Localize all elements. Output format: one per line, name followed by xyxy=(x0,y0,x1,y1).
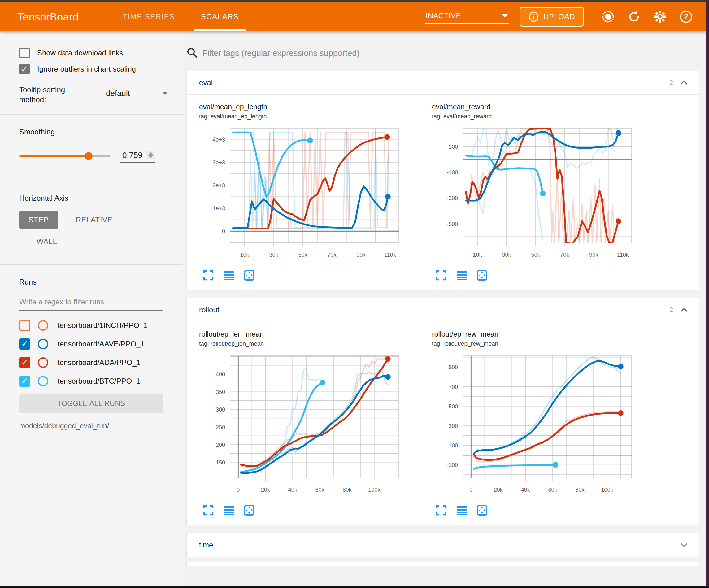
chart-title: rollout/ep_rew_mean xyxy=(432,330,652,338)
section-count: 2 xyxy=(669,306,673,314)
ignore-outliers-checkbox[interactable] xyxy=(19,64,30,74)
smoothing-slider-knob[interactable] xyxy=(84,152,93,160)
data-table-icon[interactable] xyxy=(223,270,234,281)
fit-domain-icon[interactable] xyxy=(476,505,488,516)
run-row[interactable]: tensorboard/ADA/PPO_1 xyxy=(19,357,174,368)
section-card-rollout: rollout 2 rollout/ep_len_mean tag: rollo… xyxy=(186,298,700,526)
smoothing-value: 0.759 xyxy=(122,151,145,160)
run-row[interactable]: tensorboard/1INCH/PPO_1 xyxy=(19,320,174,331)
help-icon[interactable]: ? xyxy=(679,9,693,24)
spinner-up-icon[interactable] xyxy=(148,152,153,155)
data-table-icon[interactable] xyxy=(456,270,467,281)
fullscreen-icon[interactable] xyxy=(203,505,214,516)
tooltip-sorting-value: default xyxy=(106,88,130,98)
section-header-rollout[interactable]: rollout 2 xyxy=(187,298,699,322)
data-table-icon[interactable] xyxy=(223,505,234,516)
chart-eval-mean-reward: eval/mean_reward tag: eval/mean_reward 1… xyxy=(432,103,652,281)
tensorboard-window: TensorBoard TIME SERIES SCALARS INACTIVE… xyxy=(0,0,709,588)
svg-text:10k: 10k xyxy=(473,252,482,258)
svg-text:10k: 10k xyxy=(240,252,249,258)
ignore-outliers-label: Ignore outliers in chart scaling xyxy=(37,65,136,73)
run-visibility-circle[interactable] xyxy=(38,357,48,368)
chevron-up-icon[interactable] xyxy=(680,79,688,87)
fullscreen-icon[interactable] xyxy=(436,270,447,281)
chart-toolbar xyxy=(203,505,420,516)
section-header-eval[interactable]: eval 2 xyxy=(187,71,699,95)
tooltip-sorting-dropdown[interactable]: default xyxy=(106,88,168,101)
chart-tag: tag: rollout/ep_rew_mean xyxy=(432,340,652,347)
run-checkbox[interactable] xyxy=(19,338,30,350)
run-row[interactable]: tensorboard/AAVE/PPO_1 xyxy=(19,338,174,350)
svg-text:100k: 100k xyxy=(368,487,380,493)
line-chart[interactable]: 020k40k60k80k100k-100100300500700900 xyxy=(432,352,652,504)
axis-step-button[interactable]: STEP xyxy=(19,210,58,229)
run-checkbox[interactable] xyxy=(19,376,30,387)
section-card-eval: eval 2 eval/mean_ep_length tag: eval/mea… xyxy=(186,71,700,290)
fit-domain-icon[interactable] xyxy=(244,505,255,516)
section-name: rollout xyxy=(199,306,219,314)
smoothing-slider[interactable] xyxy=(19,155,110,157)
chart-toolbar xyxy=(203,270,420,281)
run-visibility-circle[interactable] xyxy=(38,339,48,349)
tab-time-series[interactable]: TIME SERIES xyxy=(110,2,188,31)
svg-text:90k: 90k xyxy=(589,252,599,258)
section-card-time: time xyxy=(186,533,700,557)
section-header-time[interactable]: time xyxy=(187,533,699,557)
chart-tag: tag: eval/mean_reward xyxy=(432,113,652,120)
run-label: tensorboard/1INCH/PPO_1 xyxy=(58,321,148,330)
window-bottom-strip xyxy=(0,586,709,588)
app-title: TensorBoard xyxy=(17,11,79,23)
spinner-down-icon[interactable] xyxy=(148,155,153,158)
fullscreen-icon[interactable] xyxy=(203,270,214,281)
line-chart[interactable]: 10k30k50k70k90k110k01e+32e+33e+34e+3 xyxy=(199,124,420,269)
show-download-links-row[interactable]: Show data download links xyxy=(19,48,174,58)
data-table-icon[interactable] xyxy=(456,505,467,516)
axis-wall-button[interactable]: WALL xyxy=(27,232,174,251)
refresh-icon[interactable] xyxy=(627,9,641,24)
fit-domain-icon[interactable] xyxy=(244,270,255,281)
line-chart[interactable]: 020k40k60k80k100k150200250300350400 xyxy=(199,352,420,504)
run-visibility-circle[interactable] xyxy=(38,320,48,331)
svg-text:60k: 60k xyxy=(548,487,558,493)
smoothing-value-input[interactable]: 0.759 xyxy=(121,150,155,162)
svg-text:100k: 100k xyxy=(601,487,613,493)
line-chart[interactable]: 10k30k50k70k90k110k100-100-300-500 xyxy=(432,124,652,269)
tab-scalars[interactable]: SCALARS xyxy=(188,2,252,31)
filter-tags-input[interactable]: Filter tags (regular expressions support… xyxy=(186,47,700,63)
svg-text:150: 150 xyxy=(216,460,225,466)
svg-text:400: 400 xyxy=(216,371,225,378)
chart-title: rollout/ep_len_mean xyxy=(199,330,420,338)
svg-text:40k: 40k xyxy=(288,487,297,493)
status-dropdown[interactable]: INACTIVE xyxy=(425,9,509,24)
toggle-all-runs-button[interactable]: TOGGLE ALL RUNS xyxy=(19,394,163,413)
svg-text:100: 100 xyxy=(449,442,458,449)
svg-text:300: 300 xyxy=(216,407,225,413)
chevron-down-icon[interactable] xyxy=(680,541,688,549)
svg-text:0: 0 xyxy=(469,487,472,493)
runs-label: Runs xyxy=(19,278,174,286)
svg-text:0: 0 xyxy=(237,487,240,493)
fit-domain-icon[interactable] xyxy=(476,270,488,281)
svg-text:80k: 80k xyxy=(342,487,352,493)
chart-title: eval/mean_ep_length xyxy=(199,103,420,111)
svg-text:350: 350 xyxy=(216,389,225,395)
ignore-outliers-row[interactable]: Ignore outliers in chart scaling xyxy=(19,64,174,74)
number-spinner[interactable] xyxy=(147,151,155,159)
svg-text:-500: -500 xyxy=(447,221,458,227)
upload-button[interactable]: UPLOAD xyxy=(520,7,584,27)
run-label: tensorboard/ADA/PPO_1 xyxy=(58,358,140,367)
info-icon xyxy=(528,11,539,22)
settings-gear-icon[interactable] xyxy=(653,9,667,24)
svg-text:?: ? xyxy=(684,12,688,21)
axis-relative-button[interactable]: RELATIVE xyxy=(67,210,122,229)
show-download-links-checkbox[interactable] xyxy=(19,48,30,58)
run-row[interactable]: tensorboard/BTC/PPO_1 xyxy=(19,376,174,387)
run-visibility-circle[interactable] xyxy=(38,376,48,386)
fullscreen-icon[interactable] xyxy=(436,505,447,516)
run-checkbox[interactable] xyxy=(19,357,30,368)
chevron-up-icon[interactable] xyxy=(680,306,688,314)
run-checkbox[interactable] xyxy=(19,320,30,331)
smoothing-label: Smoothing xyxy=(19,128,174,136)
runs-filter-input[interactable]: Write a regex to filter runs xyxy=(19,295,163,311)
brightness-icon[interactable] xyxy=(601,9,615,24)
